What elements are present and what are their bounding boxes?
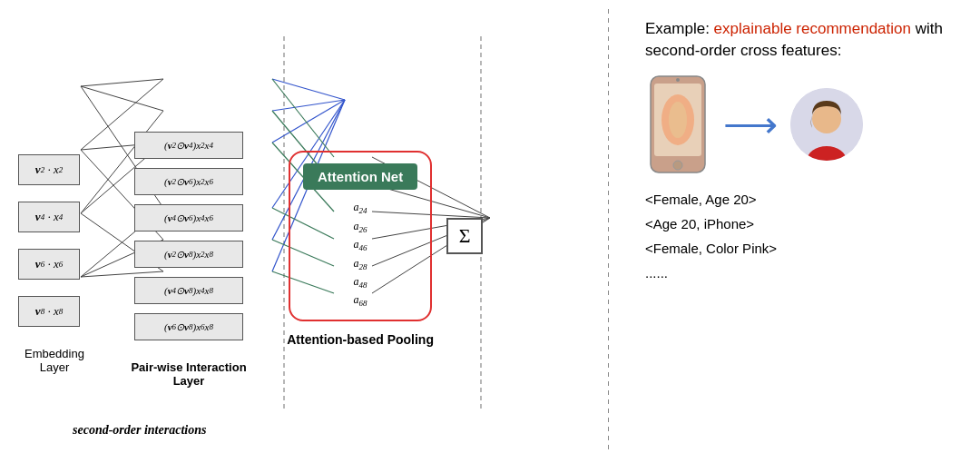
pairwise-v6v8: (v6⊙v8)x6x8: [134, 313, 243, 340]
sigma-symbol: Σ: [459, 224, 471, 248]
svg-point-35: [669, 102, 687, 138]
second-order-label: second-order interactions: [73, 423, 206, 438]
embedding-layer: v2 · x2 v4 · x4 v6 · x6 v8 · x8 Embeddin…: [18, 154, 80, 327]
pairwise-v2v8: (v2⊙v8)x2x8: [134, 241, 243, 268]
svg-line-3: [81, 86, 163, 111]
feature-1: <Female, Age 20>: [645, 187, 962, 212]
section-divider: [608, 9, 609, 454]
example-list: <Female, Age 20> <Age 20, iPhone> <Femal…: [645, 187, 962, 285]
attention-weights: a24 a26 a46 a28 a48 a68: [354, 201, 368, 308]
main-container: v2 · x2 v4 · x4 v6 · x6 v8 · x8 Embeddin…: [0, 0, 980, 463]
arrow-icon: ⟶: [723, 102, 778, 146]
svg-point-37: [676, 78, 680, 82]
weight-a24: a24: [354, 201, 368, 215]
pairwise-v2v4: (v2⊙v4)x2x4: [134, 132, 243, 159]
weight-a68: a68: [354, 293, 368, 308]
pairwise-label: Pair-wise InteractionLayer: [125, 360, 252, 388]
svg-line-20: [272, 79, 334, 157]
weight-a46: a46: [354, 238, 368, 252]
pairwise-v4v8: (v4⊙v8)x4x8: [134, 277, 243, 304]
embed-node-v2: v2 · x2: [18, 154, 80, 185]
sigma-box: Σ: [446, 218, 483, 254]
embed-node-v4: v4 · x4: [18, 202, 80, 232]
svg-line-16: [272, 100, 345, 143]
feature-2: <Age 20, iPhone>: [645, 212, 962, 236]
feature-ellipsis: ......: [645, 261, 962, 285]
embedding-label: EmbeddingLayer: [18, 347, 91, 374]
weight-a28: a28: [354, 257, 368, 271]
pairwise-v4v6: (v4⊙v6)x4x6: [134, 204, 243, 232]
example-title: Example: explainable recommendation with…: [645, 18, 962, 62]
attention-section: Attention Net a24 a26 a46 a28 a48 a68 At…: [289, 151, 432, 320]
svg-line-2: [81, 79, 163, 86]
attention-box: Attention Net a24 a26 a46 a28 a48 a68 At…: [289, 151, 432, 320]
person-avatar: [790, 88, 863, 161]
title-prefix: Example:: [645, 20, 714, 37]
attention-net-label: Attention Net: [303, 163, 417, 190]
phone-image: [645, 74, 710, 174]
weight-a48: a48: [354, 275, 368, 290]
embed-node-v8: v8 · x8: [18, 296, 80, 327]
svg-point-36: [673, 161, 682, 170]
pairwise-layer: (v2⊙v4)x2x4 (v2⊙v6)x2x6 (v4⊙v6)x4x6 (v2⊙…: [134, 132, 243, 340]
svg-line-14: [272, 79, 345, 100]
embed-node-v6: v6 · x6: [18, 249, 80, 280]
svg-point-40: [812, 104, 841, 133]
svg-line-15: [272, 100, 345, 111]
pairwise-v2v6: (v2⊙v6)x2x6: [134, 168, 243, 195]
example-images: ⟶: [645, 74, 962, 174]
attention-pooling-label: Attention-based Pooling: [287, 332, 434, 347]
feature-3: <Female, Color Pink>: [645, 236, 962, 261]
right-section: Example: explainable recommendation with…: [618, 9, 962, 454]
weight-a26: a26: [354, 220, 368, 234]
title-red: explainable recommendation: [714, 20, 911, 37]
diagram-section: v2 · x2 v4 · x4 v6 · x6 v8 · x8 Embeddin…: [18, 9, 599, 454]
